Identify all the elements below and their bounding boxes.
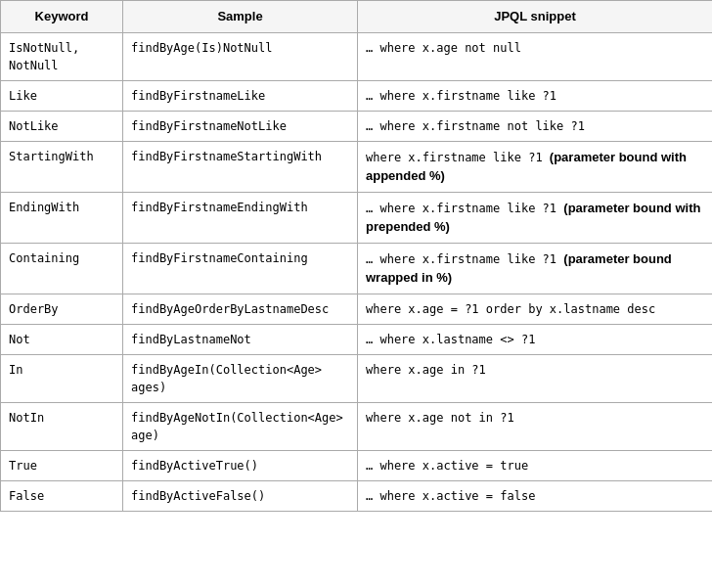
jpql-cell: … where x.firstname not like ?1 xyxy=(358,111,713,141)
table-row: EndingWithfindByFirstnameEndingWith… whe… xyxy=(1,192,713,243)
keyword-cell: Not xyxy=(1,324,123,354)
sample-cell: findByFirstnameEndingWith xyxy=(123,192,358,243)
keyword-cell: False xyxy=(1,480,123,511)
keyword-cell: NotIn xyxy=(1,402,123,450)
jpql-cell: where x.age = ?1 order by x.lastname des… xyxy=(358,294,713,324)
jpql-cell: where x.age not in ?1 xyxy=(358,402,713,450)
sample-cell: findByAgeOrderByLastnameDesc xyxy=(123,294,358,324)
keyword-cell: EndingWith xyxy=(1,192,123,243)
sample-cell: findByAge(Is)NotNull xyxy=(123,32,358,80)
header-keyword: Keyword xyxy=(1,1,123,33)
header-sample: Sample xyxy=(123,1,358,33)
header-jpql: JPQL snippet xyxy=(358,1,713,33)
table-row: OrderByfindByAgeOrderByLastnameDescwhere… xyxy=(1,294,713,324)
jpql-cell: where x.age in ?1 xyxy=(358,354,713,402)
table-row: FalsefindByActiveFalse()… where x.active… xyxy=(1,480,713,511)
sample-cell: findByActiveTrue() xyxy=(123,450,358,480)
table-row: NotLikefindByFirstnameNotLike… where x.f… xyxy=(1,111,713,141)
table-row: TruefindByActiveTrue()… where x.active =… xyxy=(1,450,713,480)
jpql-cell: … where x.firstname like ?1 (parameter b… xyxy=(358,192,713,243)
jpql-cell: … where x.lastname <> ?1 xyxy=(358,324,713,354)
jpql-cell: where x.firstname like ?1 (parameter bou… xyxy=(358,141,713,192)
keyword-cell: IsNotNull, NotNull xyxy=(1,32,123,80)
jpql-cell: … where x.active = false xyxy=(358,480,713,511)
keyword-cell: Containing xyxy=(1,243,123,294)
keyword-cell: Like xyxy=(1,80,123,111)
jpql-cell: … where x.firstname like ?1 (parameter b… xyxy=(358,243,713,294)
sample-cell: findByLastnameNot xyxy=(123,324,358,354)
keyword-cell: OrderBy xyxy=(1,294,123,324)
sample-cell: findByAgeNotIn(Collection<Age> age) xyxy=(123,402,358,450)
table-row: InfindByAgeIn(Collection<Age> ages)where… xyxy=(1,354,713,402)
table-row: StartingWithfindByFirstnameStartingWithw… xyxy=(1,141,713,192)
table-row: IsNotNull, NotNullfindByAge(Is)NotNull… … xyxy=(1,32,713,80)
keyword-cell: StartingWith xyxy=(1,141,123,192)
sample-cell: findByFirstnameLike xyxy=(123,80,358,111)
keyword-cell: True xyxy=(1,450,123,480)
keyword-cell: In xyxy=(1,354,123,402)
sample-cell: findByFirstnameNotLike xyxy=(123,111,358,141)
sample-cell: findByActiveFalse() xyxy=(123,480,358,511)
sample-cell: findByAgeIn(Collection<Age> ages) xyxy=(123,354,358,402)
jpql-cell: … where x.active = true xyxy=(358,450,713,480)
jpql-cell: … where x.firstname like ?1 xyxy=(358,80,713,111)
table-row: LikefindByFirstnameLike… where x.firstna… xyxy=(1,80,713,111)
table-row: NotInfindByAgeNotIn(Collection<Age> age)… xyxy=(1,402,713,450)
keywords-table: Keyword Sample JPQL snippet IsNotNull, N… xyxy=(0,0,712,512)
table-row: ContainingfindByFirstnameContaining… whe… xyxy=(1,243,713,294)
sample-cell: findByFirstnameContaining xyxy=(123,243,358,294)
jpql-cell: … where x.age not null xyxy=(358,32,713,80)
sample-cell: findByFirstnameStartingWith xyxy=(123,141,358,192)
keyword-cell: NotLike xyxy=(1,111,123,141)
table-row: NotfindByLastnameNot… where x.lastname <… xyxy=(1,324,713,354)
